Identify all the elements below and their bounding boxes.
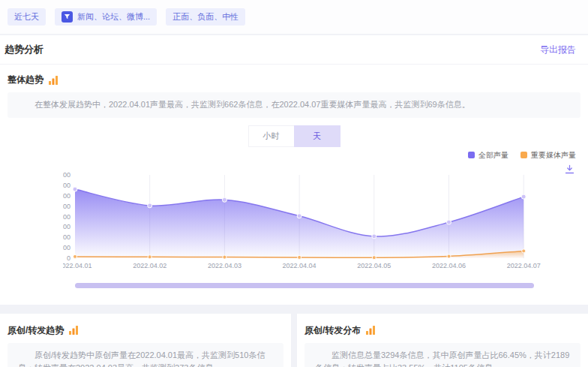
overall-trend-header: 整体趋势 bbox=[0, 65, 588, 86]
data-point bbox=[148, 254, 152, 258]
legend-label: 全部声量 bbox=[478, 150, 508, 161]
x-axis-tick: 2022.04.06 bbox=[432, 262, 466, 269]
filter-bar: 近七天 新闻、论坛、微博... 正面、负面、中性 bbox=[0, 0, 588, 34]
legend-item[interactable]: 全部声量 bbox=[468, 150, 508, 161]
data-point bbox=[74, 254, 77, 258]
panel-header: 趋势分析 导出报告 bbox=[0, 35, 588, 65]
left-card-header: 原创/转发趋势 bbox=[0, 323, 291, 337]
overall-trend-title: 整体趋势 bbox=[8, 74, 44, 86]
x-axis-tick: 2022.04.05 bbox=[357, 262, 391, 269]
x-axis-tick: 2022.04.01 bbox=[63, 262, 92, 269]
data-point bbox=[521, 194, 526, 199]
toggle-hour-button[interactable]: 小时 bbox=[248, 125, 294, 147]
right-card-header: 原创/转发分布 bbox=[297, 323, 588, 337]
original-repost-distribution-card: 原创/转发分布 监测信息总量3294条信息，其中原创声量占比66.45%，共计2… bbox=[297, 314, 588, 367]
data-point bbox=[222, 197, 226, 202]
bar-chart-icon bbox=[68, 325, 79, 335]
granularity-toggle: 小时 天 bbox=[0, 125, 588, 147]
filter-chip-sources[interactable]: 新闻、论坛、微博... bbox=[55, 8, 157, 26]
data-point bbox=[372, 233, 376, 238]
data-point bbox=[298, 255, 302, 259]
data-point bbox=[73, 187, 77, 191]
filter-sentiment-label: 正面、负面、中性 bbox=[172, 11, 238, 23]
data-point bbox=[297, 213, 302, 218]
bottom-cards-row: 原创/转发趋势 原创/转发趋势中原创声量在2022.04.01最高，共监测到51… bbox=[0, 314, 588, 367]
download-chart-icon[interactable] bbox=[565, 164, 574, 174]
y-axis-tick: 800 bbox=[63, 171, 70, 179]
data-point bbox=[223, 255, 226, 259]
data-point bbox=[148, 203, 152, 207]
y-axis-tick: 700 bbox=[63, 181, 70, 188]
filter-chip-sentiment[interactable]: 正面、负面、中性 bbox=[166, 8, 245, 26]
page-title: 趋势分析 bbox=[4, 43, 44, 56]
chart-legend: 全部声量重要媒体声量 bbox=[468, 150, 576, 161]
y-axis-tick: 600 bbox=[63, 191, 70, 199]
right-card-summary: 监测信息总量3294条信息，其中原创声量占比66.45%，共计2189条信息；转… bbox=[304, 343, 580, 367]
y-axis-tick: 300 bbox=[63, 223, 70, 230]
left-card-title: 原创/转发趋势 bbox=[8, 324, 64, 337]
left-card-summary: 原创/转发趋势中原创声量在2022.04.01最高，共监测到510条信息；转发声… bbox=[8, 343, 284, 367]
filter-sources-label: 新闻、论坛、微博... bbox=[77, 11, 150, 23]
trend-analysis-panel: 趋势分析 导出报告 整体趋势 在整体发展趋势中，2022.04.01声量最高，共… bbox=[0, 35, 588, 305]
legend-item[interactable]: 重要媒体声量 bbox=[520, 150, 576, 161]
data-point bbox=[372, 255, 376, 259]
y-axis-tick: 100 bbox=[63, 244, 70, 251]
x-axis-tick: 2022.04.03 bbox=[208, 262, 242, 269]
bar-chart-icon bbox=[365, 325, 376, 335]
chart-datazoom-slider[interactable] bbox=[75, 283, 534, 288]
data-point bbox=[447, 220, 452, 224]
trend-chart-area: 全部声量重要媒体声量 01002003004005006007008002022… bbox=[0, 150, 588, 293]
filter-time-label: 近七天 bbox=[14, 11, 39, 23]
legend-swatch bbox=[520, 152, 527, 158]
original-repost-trend-card: 原创/转发趋势 原创/转发趋势中原创声量在2022.04.01最高，共监测到51… bbox=[0, 314, 291, 367]
export-report-link[interactable]: 导出报告 bbox=[540, 44, 576, 56]
media-source-icon bbox=[62, 11, 73, 23]
toggle-day-button[interactable]: 天 bbox=[294, 125, 340, 147]
legend-label: 重要媒体声量 bbox=[531, 150, 576, 161]
x-axis-tick: 2022.04.02 bbox=[133, 262, 166, 269]
x-axis-tick: 2022.04.07 bbox=[507, 262, 541, 269]
bar-chart-icon bbox=[48, 75, 58, 86]
y-axis-tick: 200 bbox=[63, 233, 70, 241]
data-point bbox=[522, 248, 526, 252]
data-point bbox=[447, 254, 451, 258]
right-card-title: 原创/转发分布 bbox=[304, 324, 361, 337]
y-axis-tick: 400 bbox=[63, 212, 70, 220]
y-axis-tick: 500 bbox=[63, 202, 70, 209]
y-axis-tick: 0 bbox=[67, 254, 70, 262]
legend-swatch bbox=[468, 152, 475, 158]
filter-chip-time-range[interactable]: 近七天 bbox=[8, 8, 46, 26]
x-axis-tick: 2022.04.04 bbox=[283, 262, 316, 269]
overall-trend-summary: 在整体发展趋势中，2022.04.01声量最高，共监测到662条信息，在2022… bbox=[8, 92, 580, 118]
trend-area-chart[interactable]: 01002003004005006007008002022.04.012022.… bbox=[63, 167, 543, 274]
